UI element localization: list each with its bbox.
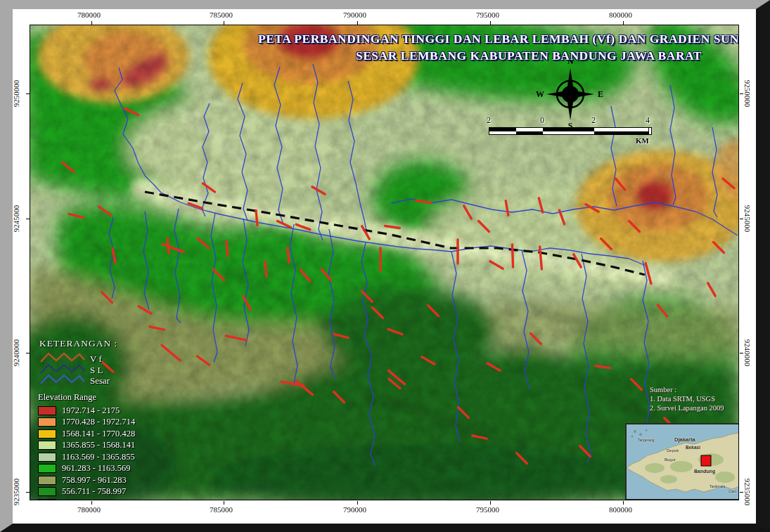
graticule-tick-top	[91, 21, 92, 25]
legend-item-label: Sesar	[90, 375, 110, 387]
graticule-tick-bottom	[623, 501, 624, 505]
elevation-row: 1163.569 - 1365.855	[38, 451, 135, 463]
source-line: 1. Data SRTM, USGS	[650, 394, 724, 403]
scale-bar-label: 2	[487, 116, 491, 124]
elevation-range-label: 556.711 - 758.997	[62, 486, 126, 497]
elevation-row: 961.283 - 1163.569	[38, 463, 135, 475]
legend-heading: KETERANGAN :	[39, 338, 117, 349]
scale-bar-cell	[489, 131, 517, 135]
graticule-tick-top	[623, 21, 624, 25]
scale-bar-label: 0	[540, 116, 544, 124]
graticule-label-left: 9235000	[12, 479, 20, 506]
elevation-swatch	[38, 476, 56, 485]
elevation-swatch	[38, 499, 56, 500]
legend-item: Sesar	[39, 375, 117, 387]
graticule-tick-bottom	[357, 501, 358, 505]
graticule-tick-bottom	[490, 501, 491, 505]
elevation-range-label: 1770.428 - 1972.714	[62, 417, 135, 427]
graticule-tick-right	[740, 353, 743, 353]
elevation-range-label: 354.424 - 556.711	[62, 498, 126, 500]
elevation-range-label: 758.997 - 961.283	[62, 475, 127, 486]
elevation-row: 1365.855 - 1568.141	[38, 440, 135, 452]
map-title: PETA PERBANDINGAN TINGGI DAN LEBAR LEMBA…	[258, 32, 739, 63]
map-canvas: PETA PERBANDINGAN TINGGI DAN LEBAR LEMBA…	[30, 25, 739, 500]
legend-item-label: S L	[90, 365, 103, 376]
graticule-tick-left	[26, 93, 30, 94]
elevation-swatch	[38, 441, 56, 450]
graticule-label-left: 9250000	[12, 80, 20, 108]
scale-bar-label: 4	[646, 116, 650, 124]
legend-item-label: V f	[90, 353, 102, 365]
inset-study-area-marker	[701, 455, 711, 466]
graticule-label-bottom: 790000	[343, 505, 366, 514]
vf-tick	[226, 242, 228, 257]
zigzag-line	[41, 365, 84, 373]
vf-tick	[256, 211, 257, 226]
graticule-tick-top	[357, 21, 358, 25]
inset-map: DjakartaTangerangBekasiDepokBogorBandung…	[625, 423, 739, 500]
compass-e-label: E	[598, 89, 603, 99]
map-title-line-1: PETA PERBANDINGAN TINGGI DAN LEBAR LEMBA…	[258, 32, 739, 46]
graticule-label-bottom: 785000	[210, 505, 233, 514]
graticule-tick-left	[26, 492, 30, 493]
legend-items: V fS LSesar	[39, 353, 117, 387]
inset-label: Bogor	[665, 458, 676, 462]
vf-tick	[265, 262, 267, 277]
inset-label: Djakarta	[674, 436, 695, 443]
elevation-swatch	[38, 464, 56, 473]
graticule-tick-bottom	[224, 501, 224, 505]
map-title-line-2: SESAR LEMBANG KABUPATEN BANDUNG JAWA BAR…	[258, 48, 739, 63]
elevation-classes: 1972.714 - 21751770.428 - 1972.7141568.1…	[38, 405, 135, 500]
scale-bar-graphic	[489, 127, 652, 135]
compass-w-label: W	[536, 89, 544, 99]
graticule-tick-top	[224, 21, 224, 25]
graticule-tick-left	[26, 219, 30, 219]
inset-label: Bandung	[694, 469, 715, 474]
scale-bar-cell	[543, 131, 595, 135]
source-note: Sumber : 1. Data SRTM, USGS2. Survei Lap…	[650, 385, 724, 413]
elevation-swatch	[38, 487, 56, 496]
elevation-range-label: 1163.569 - 1365.855	[62, 452, 135, 462]
scale-bar-cell	[516, 131, 544, 135]
elevation-legend: Elevation Range 1972.714 - 21751770.428 …	[38, 392, 135, 500]
elevation-range-label: 1568.141 - 1770.428	[62, 429, 135, 439]
graticule-tick-right	[740, 219, 743, 219]
zigzag-line	[41, 375, 84, 384]
elevation-row: 354.424 - 556.711	[38, 498, 135, 500]
elevation-swatch	[38, 406, 56, 415]
scale-bar-labels: 2024	[489, 116, 652, 126]
elevation-range-label: 1972.714 - 2175	[62, 406, 120, 416]
elevation-swatch	[38, 429, 56, 439]
graticule-label-right: 9245000	[743, 205, 752, 233]
elevation-row: 1972.714 - 2175	[38, 405, 135, 417]
scale-bar-unit: KM	[489, 136, 652, 145]
graticule-label-top: 800000	[609, 11, 632, 19]
graticule-label-bottom: 795000	[476, 505, 499, 514]
scale-bar-label: 2	[591, 116, 596, 124]
zigzag-line	[41, 353, 84, 362]
scale-bar: 2024 KM	[489, 116, 652, 145]
graticule-tick-left	[26, 353, 30, 353]
graticule-label-top: 780000	[77, 11, 101, 19]
graticule-tick-top	[490, 21, 491, 25]
inset-label: Depok	[667, 448, 679, 453]
graticule-tick-right	[740, 492, 743, 493]
graticule-tick-bottom	[91, 501, 92, 505]
inset-label: Tangerang	[638, 438, 655, 442]
source-heading: Sumber :	[650, 385, 724, 394]
compass-star	[546, 68, 594, 120]
graticule-label-top: 785000	[210, 11, 233, 19]
graticule-tick-right	[740, 93, 743, 94]
graticule-label-bottom: 800000	[609, 505, 632, 514]
graticule-label-right: 9250000	[743, 80, 752, 108]
graticule-label-left: 9245000	[12, 205, 20, 233]
elevation-row: 556.711 - 758.997	[38, 486, 135, 498]
source-line: 2. Survei Lapangan 2009	[650, 403, 724, 413]
graticule-label-right: 9240000	[743, 339, 752, 367]
vf-tick	[512, 245, 513, 267]
vf-tick	[288, 248, 289, 263]
elevation-row: 758.997 - 961.283	[38, 474, 135, 486]
elevation-range-label: 1365.855 - 1568.141	[62, 440, 135, 450]
elevation-swatch	[38, 417, 56, 427]
legend-symbol-zigzag	[39, 372, 86, 387]
